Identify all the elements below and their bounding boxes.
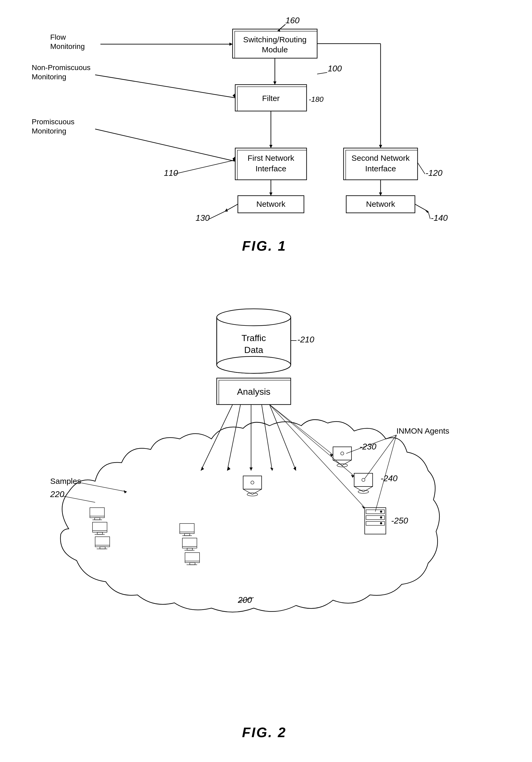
svg-line-52 [270, 405, 354, 476]
svg-point-84 [251, 481, 254, 484]
svg-marker-45 [249, 468, 253, 471]
analysis-label: Analysis [237, 387, 271, 397]
fig1-container: 160 Switching/Routing Module 100 Flow Mo… [16, 11, 513, 254]
svg-rect-73 [184, 534, 190, 536]
cloud-network [60, 419, 439, 612]
svg-rect-93 [354, 473, 373, 487]
svg-line-40 [201, 405, 233, 471]
inmon-agents-label: INMON Agents [396, 426, 449, 435]
svg-marker-53 [351, 475, 354, 478]
ref-250: -250 [391, 516, 408, 525]
svg-rect-61 [95, 518, 100, 520]
first-network-box [235, 148, 306, 180]
svg-line-50 [270, 405, 333, 455]
network2-label: Network [366, 199, 395, 208]
svg-line-20 [174, 160, 235, 174]
svg-rect-88 [333, 447, 352, 460]
fig2-title: FIG. 2 [242, 724, 287, 740]
svg-rect-81 [190, 563, 195, 565]
ref-100: 100 [328, 64, 342, 73]
switching-routing-label2: Module [262, 45, 288, 54]
svg-marker-16 [269, 145, 273, 148]
traffic-data-top [217, 309, 291, 326]
svg-line-17 [95, 129, 235, 161]
svg-line-48 [270, 405, 296, 471]
svg-marker-7 [273, 81, 276, 85]
ref-210: -210 [297, 335, 314, 344]
ref-220: 220 [50, 490, 64, 499]
svg-marker-5 [230, 42, 233, 46]
ref-130: 130 [196, 213, 210, 223]
svg-line-33 [428, 211, 430, 219]
svg-line-56 [79, 483, 127, 492]
ref-240: -240 [380, 474, 397, 483]
page: 160 Switching/Routing Module 100 Flow Mo… [0, 0, 532, 762]
svg-marker-25 [269, 192, 273, 196]
fig2-container: Traffic Data -210 Analysis [16, 291, 513, 740]
second-network-label2: Interface [365, 164, 396, 173]
svg-point-104 [380, 522, 382, 524]
svg-line-106 [365, 435, 396, 479]
svg-line-13 [95, 75, 235, 98]
svg-point-102 [380, 510, 382, 513]
svg-line-58 [62, 496, 95, 502]
fig1-title: FIG. 1 [242, 238, 287, 254]
svg-rect-83 [243, 476, 262, 489]
filter-label: Filter [262, 94, 280, 103]
svg-line-46 [262, 405, 272, 471]
fig2-svg: Traffic Data -210 Analysis [16, 291, 513, 719]
ref-110: 110 [164, 168, 178, 178]
flow-monitoring-label2: Monitoring [50, 42, 85, 50]
promiscuous-label2: Monitoring [32, 127, 66, 135]
network1-label: Network [256, 199, 286, 208]
svg-point-103 [380, 516, 382, 518]
svg-rect-65 [97, 532, 102, 534]
inmon-agent1 [333, 447, 352, 467]
ref-160: 160 [286, 16, 300, 25]
svg-point-94 [362, 478, 365, 482]
svg-line-28 [208, 211, 225, 219]
svg-line-23 [418, 163, 425, 174]
fig1-svg: 160 Switching/Routing Module 100 Flow Mo… [16, 11, 513, 238]
first-network-label2: Interface [256, 164, 287, 173]
promiscuous-label: Promiscuous [32, 118, 75, 126]
svg-rect-69 [100, 547, 105, 549]
svg-line-3 [317, 72, 327, 74]
non-promiscuous-label: Non-Promiscuous [32, 63, 91, 72]
flow-monitoring-label: Flow [50, 33, 66, 41]
second-network-label: Second Network [352, 154, 410, 162]
svg-line-42 [227, 405, 240, 471]
switch-center [243, 476, 262, 496]
ref-120: -120 [426, 168, 442, 178]
computers-left-group [90, 508, 110, 549]
svg-marker-10 [379, 145, 382, 148]
svg-marker-41 [201, 467, 204, 471]
switching-routing-label: Switching/Routing [243, 35, 306, 44]
ref-180: -180 [309, 95, 323, 103]
traffic-data-label: Traffic [241, 333, 266, 343]
inmon-agent2 [354, 473, 373, 494]
svg-line-31 [415, 204, 428, 211]
computers-middle-group [180, 523, 200, 565]
svg-marker-57 [124, 490, 127, 494]
svg-point-89 [341, 452, 344, 455]
non-promiscuous-label2: Monitoring [32, 73, 66, 81]
first-network-label: First Network [248, 154, 295, 162]
svg-point-35 [217, 356, 291, 373]
svg-marker-30 [379, 192, 382, 196]
ref-140: -140 [431, 213, 448, 223]
samples-label: Samples [50, 477, 81, 486]
svg-line-107 [375, 435, 396, 512]
second-network-box [344, 148, 418, 180]
traffic-data-label2: Data [244, 345, 263, 355]
svg-rect-77 [187, 548, 192, 550]
